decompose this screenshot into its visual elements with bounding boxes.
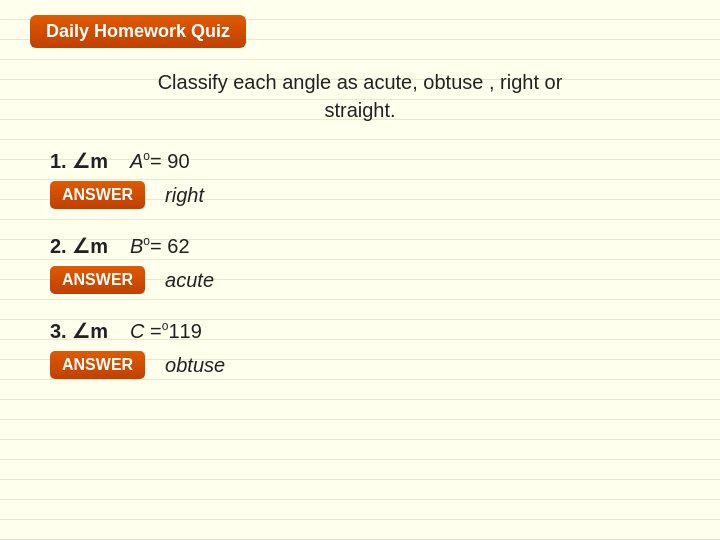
answer-badge-2: ANSWER [50, 266, 145, 294]
answer-text-3: obtuse [165, 354, 225, 377]
title-badge: Daily Homework Quiz [30, 15, 246, 48]
question-formula-2: Bo= 62 [130, 234, 190, 258]
question-formula-1: Ao= 90 [130, 149, 190, 173]
question-formula-3: C =o119 [130, 319, 202, 343]
question-header: Classify each angle as acute, obtuse , r… [30, 68, 690, 124]
answer-badge-3: ANSWER [50, 351, 145, 379]
answer-text-1: right [165, 184, 204, 207]
header-line2: straight. [30, 96, 690, 124]
answer-row-2: ANSWER acute [30, 266, 690, 294]
question-number-1: 1. ∠m [50, 149, 130, 173]
question-number-3: 3. ∠m [50, 319, 130, 343]
question-row-3: 3. ∠m C =o119 [30, 319, 690, 343]
answer-badge-1: ANSWER [50, 181, 145, 209]
answer-row-3: ANSWER obtuse [30, 351, 690, 379]
question-row-2: 2. ∠m Bo= 62 [30, 234, 690, 258]
answer-text-2: acute [165, 269, 214, 292]
title-text: Daily Homework Quiz [46, 21, 230, 41]
question-row-1: 1. ∠m Ao= 90 [30, 149, 690, 173]
answer-row-1: ANSWER right [30, 181, 690, 209]
question-number-2: 2. ∠m [50, 234, 130, 258]
header-line1: Classify each angle as acute, obtuse , r… [30, 68, 690, 96]
page-container: Daily Homework Quiz Classify each angle … [0, 0, 720, 419]
